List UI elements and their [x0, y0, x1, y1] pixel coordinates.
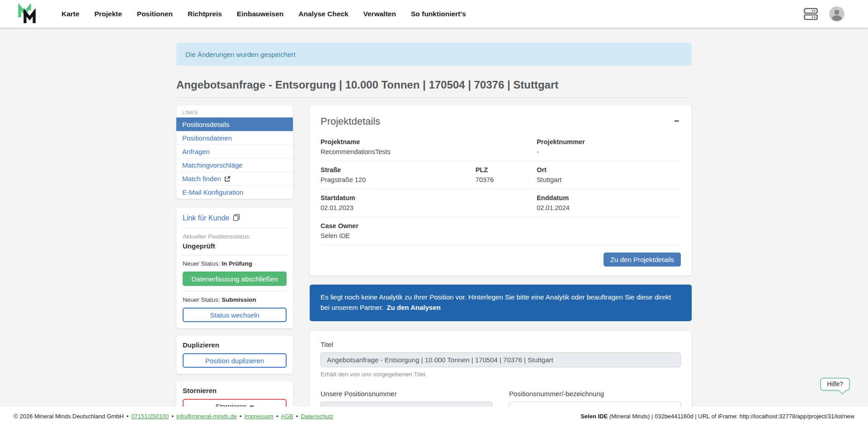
current-status-label: Aktueller Positionsstatus:	[183, 233, 287, 240]
external-link-icon	[224, 176, 231, 182]
footer-separator: •	[240, 413, 242, 420]
field-label: Startdatum	[321, 194, 537, 201]
customer-link-label: Link für Kunde	[183, 214, 229, 222]
switch-status-button[interactable]: Status wechseln	[183, 308, 287, 322]
project-details-card: Projektdetails − Projektname Recommendat…	[310, 105, 692, 276]
nav-item-projekte[interactable]: Projekte	[94, 10, 122, 18]
footer-session-text: (Mineral Minds) | 032be441160d | URL of …	[608, 413, 854, 420]
sidebar-item-label: Match finden	[182, 175, 221, 183]
field-label: Projektname	[321, 138, 537, 145]
field-label: Case Owner	[321, 222, 537, 229]
our-number-label: Unsere Positionsnummer	[321, 390, 492, 398]
field-startdatum: Startdatum 02.01.2023	[321, 194, 537, 211]
footer-session-info: Selen IDE (Mineral Minds) | 032be441160d…	[580, 413, 854, 420]
main-navigation: Karte Projekte Positionen Richtpreis Ein…	[61, 10, 466, 18]
title-field-help: Erhält den von uns vorgegebenen Titel.	[321, 371, 681, 378]
main-column: Projektdetails − Projektname Recommendat…	[310, 105, 692, 426]
footer-link-impressum[interactable]: Impressum	[244, 413, 273, 420]
field-ort: Ort Stuttgart	[537, 166, 681, 183]
footer-link-datenschutz[interactable]: Datenschutz	[301, 413, 333, 420]
field-label: PLZ	[476, 166, 537, 173]
user-avatar-icon[interactable]	[829, 6, 844, 22]
links-card: LINKS Positionsdetails Positionsdateien …	[176, 105, 293, 199]
collapse-icon[interactable]: −	[672, 116, 681, 126]
nav-item-so-funktionierts[interactable]: So funktioniert's	[411, 10, 466, 18]
field-projektnummer: Projektnummer -	[537, 138, 681, 155]
analytics-banner: Es liegt noch keine Analytik zu Ihrer Po…	[310, 285, 692, 321]
app-window: Karte Projekte Positionen Richtpreis Ein…	[0, 0, 868, 426]
main-content: Die Änderungen wurden gespeichert Angebo…	[176, 28, 692, 426]
analytics-banner-text: Es liegt noch keine Analytik zu Ihrer Po…	[321, 293, 671, 311]
footer-link-email[interactable]: info@mineral-minds.de	[176, 413, 237, 420]
field-value: 02.01.2023	[321, 204, 537, 211]
field-value: -	[537, 148, 681, 155]
project-row: Straße Pragstraße 120 PLZ 70376 Ort Stut…	[321, 161, 681, 189]
mineral-minds-logo-icon[interactable]	[17, 4, 37, 24]
cancel-card-title: Stornieren	[183, 387, 287, 394]
finish-data-entry-button[interactable]: Datenerfassung abschließen	[183, 272, 287, 286]
nav-item-einbauweisen[interactable]: Einbauweisen	[237, 10, 283, 18]
footer-separator: •	[296, 413, 298, 420]
next-status-value: Submission	[222, 296, 256, 303]
field-case-owner: Case Owner Selen IDE	[321, 222, 537, 239]
sidebar-item-positionsdateien[interactable]: Positionsdateien	[176, 131, 293, 145]
next-status-prefix: Neuer Status:	[183, 260, 220, 267]
field-enddatum: Enddatum 02.01.2024	[537, 194, 681, 211]
sidebar: LINKS Positionsdetails Positionsdateien …	[176, 105, 293, 420]
footer-link-phone[interactable]: 07151/250100	[131, 413, 169, 420]
next-status-line: Neuer Status: Submission	[183, 296, 287, 303]
field-projektname: Projektname RecommendationsTests	[321, 138, 537, 155]
sidebar-item-email-konfiguration[interactable]: E-Mail Konfiguration	[176, 185, 293, 199]
duplicate-card-title: Duplizieren	[183, 341, 287, 349]
server-rack-icon[interactable]	[804, 8, 818, 20]
project-row: Startdatum 02.01.2023 Enddatum 02.01.202…	[321, 189, 681, 217]
next-status-line: Neuer Status: In Prüfung	[183, 260, 287, 267]
field-label: Straße	[321, 166, 476, 173]
nav-item-richtpreis[interactable]: Richtpreis	[188, 10, 222, 18]
sidebar-item-label: Matchingvorschläge	[182, 161, 242, 169]
field-value: RecommendationsTests	[321, 148, 537, 155]
footer-user: Selen IDE	[580, 413, 608, 420]
nav-item-verwalten[interactable]: Verwalten	[363, 10, 396, 18]
footer-left: © 2026 Mineral Minds Deutschland GmbH • …	[14, 413, 334, 420]
field-strasse: Straße Pragstraße 120	[321, 166, 476, 183]
divider	[183, 291, 287, 291]
sidebar-item-label: Anfragen	[182, 148, 210, 155]
field-value: Pragstraße 120	[321, 176, 476, 183]
footer-separator: •	[276, 413, 278, 420]
help-button[interactable]: Hilfe?	[820, 378, 850, 391]
nav-item-karte[interactable]: Karte	[61, 10, 80, 18]
sidebar-item-positionsdetails[interactable]: Positionsdetails	[176, 117, 293, 131]
sidebar-item-label: E-Mail Konfiguration	[182, 188, 243, 196]
divider	[183, 255, 287, 255]
duplicate-card: Duplizieren Position duplizieren	[176, 336, 293, 374]
footer-separator: •	[127, 413, 129, 420]
project-details-grid: Projektname RecommendationsTests Projekt…	[321, 133, 681, 245]
next-status-prefix: Neuer Status:	[183, 296, 220, 303]
go-to-analyses-link[interactable]: Zu den Analysen	[387, 304, 440, 311]
field-label: Enddatum	[537, 194, 681, 201]
go-to-project-details-button[interactable]: Zu den Projektdetails	[604, 253, 681, 267]
sidebar-item-label: Positionsdetails	[182, 121, 229, 128]
duplicate-position-button[interactable]: Position duplizieren	[183, 353, 287, 368]
page-title: Angebotsanfrage - Entsorgung | 10.000 To…	[176, 79, 692, 98]
custom-number-label: Positionsnummer/-bezeichnung	[509, 390, 681, 398]
field-label: Ort	[537, 166, 681, 173]
footer: © 2026 Mineral Minds Deutschland GmbH • …	[0, 407, 868, 426]
nav-item-positionen[interactable]: Positionen	[137, 10, 173, 18]
copyright-text: © 2026 Mineral Minds Deutschland GmbH	[14, 413, 124, 420]
sidebar-item-match-finden[interactable]: Match finden	[176, 172, 293, 185]
sidebar-item-matchingvorschlaege[interactable]: Matchingvorschläge	[176, 158, 293, 172]
status-card: Link für Kunde Aktueller Positionsstatus…	[176, 208, 293, 328]
title-field-label: Titel	[321, 341, 681, 348]
links-card-header: LINKS	[176, 105, 293, 117]
next-status-value: In Prüfung	[222, 260, 252, 267]
footer-link-agb[interactable]: AGB	[281, 413, 293, 420]
sidebar-item-anfragen[interactable]: Anfragen	[176, 145, 293, 158]
customer-link[interactable]: Link für Kunde	[183, 214, 287, 223]
project-details-title: Projektdetails	[321, 116, 380, 127]
sidebar-item-label: Positionsdateien	[182, 134, 232, 142]
success-alert: Die Änderungen wurden gespeichert	[176, 43, 692, 66]
project-row: Projektname RecommendationsTests Projekt…	[321, 133, 681, 161]
nav-item-analyse-check[interactable]: Analyse Check	[298, 10, 348, 18]
